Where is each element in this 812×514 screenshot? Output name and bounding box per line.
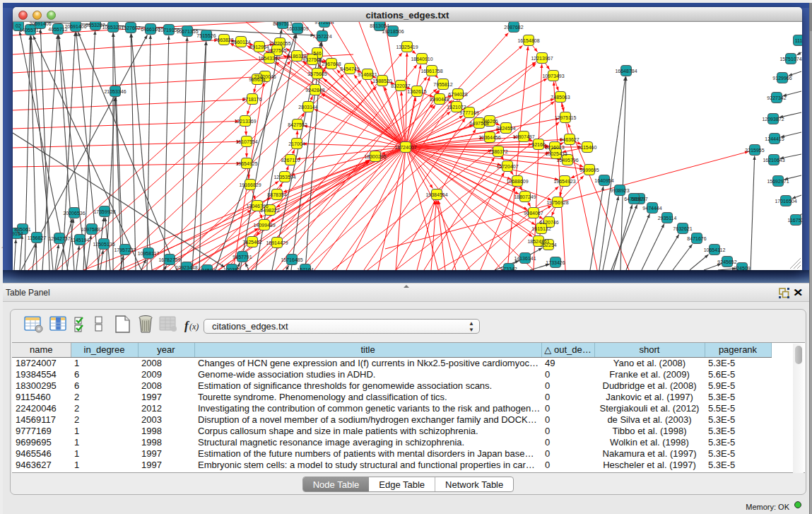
svg-text:6479197: 6479197 — [624, 197, 643, 201]
svg-text:1244415: 1244415 — [765, 136, 784, 141]
svg-text:17957223: 17957223 — [114, 247, 136, 252]
svg-text:16033809: 16033809 — [286, 26, 308, 31]
svg-text:12213967: 12213967 — [531, 56, 553, 61]
svg-text:12942757: 12942757 — [48, 236, 70, 241]
svg-text:8454749: 8454749 — [340, 66, 359, 71]
svg-text:2935114: 2935114 — [658, 216, 677, 221]
svg-text:100382: 100382 — [223, 267, 240, 271]
svg-text:16648784: 16648784 — [615, 69, 637, 74]
svg-text:13325419: 13325419 — [396, 45, 418, 49]
svg-text:(x): (x) — [189, 322, 199, 332]
svg-text:8660124: 8660124 — [231, 40, 250, 45]
svg-text:746266: 746266 — [481, 119, 498, 124]
svg-text:7386372: 7386372 — [488, 149, 507, 154]
svg-text:924509: 924509 — [734, 266, 750, 271]
svg-text:7955812: 7955812 — [433, 82, 452, 87]
svg-text:18640910: 18640910 — [411, 57, 433, 62]
svg-text:14099489: 14099489 — [253, 223, 275, 228]
svg-text:3215955: 3215955 — [745, 148, 764, 153]
svg-text:15716485: 15716485 — [281, 257, 302, 262]
svg-text:9699695: 9699695 — [579, 168, 599, 173]
svg-text:2803144: 2803144 — [298, 105, 317, 110]
svg-text:116753: 116753 — [788, 218, 802, 223]
svg-text:157164: 157164 — [297, 267, 313, 271]
svg-text:9227342: 9227342 — [767, 95, 786, 100]
svg-text:17016504: 17016504 — [775, 199, 796, 204]
svg-text:16671355: 16671355 — [176, 29, 198, 34]
svg-text:217004: 217004 — [288, 141, 305, 146]
svg-text:1588520: 1588520 — [372, 78, 392, 83]
svg-text:252254: 252254 — [540, 243, 556, 247]
svg-text:14136141: 14136141 — [514, 256, 536, 261]
svg-text:8990448: 8990448 — [430, 97, 449, 102]
svg-text:9327505: 9327505 — [267, 48, 286, 53]
svg-text:10958117: 10958117 — [138, 251, 160, 256]
svg-text:9463627: 9463627 — [560, 137, 579, 142]
svg-text:20691406: 20691406 — [64, 24, 86, 29]
svg-text:20206536: 20206536 — [63, 211, 85, 216]
svg-text:18300295: 18300295 — [364, 154, 386, 159]
svg-text:6120746: 6120746 — [539, 220, 558, 225]
svg-text:16154808: 16154808 — [517, 38, 539, 43]
svg-text:8427552: 8427552 — [288, 122, 307, 127]
svg-text:9129966: 9129966 — [772, 76, 792, 81]
svg-text:9146821: 9146821 — [358, 72, 377, 77]
svg-text:9115460: 9115460 — [578, 145, 597, 150]
svg-text:1145194: 1145194 — [71, 238, 90, 243]
svg-text:111: 111 — [795, 38, 802, 43]
svg-text:18724007: 18724007 — [394, 145, 416, 150]
svg-text:6794028: 6794028 — [448, 92, 467, 97]
svg-text:7357224: 7357224 — [312, 34, 331, 39]
svg-text:10688609: 10688609 — [506, 179, 528, 184]
svg-text:12093872: 12093872 — [762, 117, 784, 122]
svg-text:7632621: 7632621 — [673, 226, 692, 231]
svg-text:16107554: 16107554 — [235, 139, 257, 144]
svg-text:3824554: 3824554 — [496, 126, 515, 131]
svg-text:9474444: 9474444 — [642, 206, 661, 211]
svg-text:19654925: 19654925 — [235, 161, 257, 166]
svg-text:3675685: 3675685 — [307, 71, 326, 76]
svg-text:10973493: 10973493 — [542, 74, 564, 78]
svg-text:15692971: 15692971 — [767, 179, 789, 184]
svg-text:15751074: 15751074 — [779, 57, 801, 62]
svg-text:16210643: 16210643 — [763, 158, 784, 163]
svg-text:10025433: 10025433 — [545, 151, 567, 156]
svg-text:989654: 989654 — [249, 77, 265, 82]
svg-text:2718176: 2718176 — [242, 97, 261, 102]
svg-text:546: 546 — [313, 51, 322, 56]
svg-text:1156827: 1156827 — [28, 235, 47, 240]
svg-text:10923448: 10923448 — [175, 265, 197, 270]
svg-text:9245652: 9245652 — [717, 259, 736, 264]
svg-text:7625402: 7625402 — [242, 240, 261, 245]
svg-text:9777169: 9777169 — [459, 110, 478, 115]
svg-text:173342: 173342 — [500, 267, 517, 271]
svg-text:9172614: 9172614 — [314, 22, 334, 25]
svg-text:20364456: 20364456 — [478, 135, 500, 140]
svg-text:2087682: 2087682 — [504, 25, 523, 30]
svg-text:8471676: 8471676 — [687, 236, 706, 241]
svg-text:7485063: 7485063 — [551, 95, 570, 100]
svg-text:12505135: 12505135 — [93, 242, 114, 247]
svg-text:9657791: 9657791 — [233, 255, 252, 259]
svg-text:9084067: 9084067 — [524, 211, 543, 216]
svg-text:16914479: 16914479 — [266, 240, 288, 245]
svg-text:8322037: 8322037 — [391, 83, 410, 88]
svg-text:9242848: 9242848 — [305, 88, 324, 93]
svg-text:924502: 924502 — [199, 268, 215, 271]
svg-text:8912954: 8912954 — [249, 45, 269, 49]
svg-text:20691406: 20691406 — [29, 22, 51, 26]
svg-text:10807487: 10807487 — [512, 134, 534, 139]
svg-text:16782759: 16782759 — [158, 257, 180, 262]
svg-text:7515526: 7515526 — [196, 33, 216, 38]
svg-text:10975887: 10975887 — [81, 227, 102, 232]
svg-text:16961758: 16961758 — [420, 69, 442, 74]
svg-text:6216013: 6216013 — [545, 145, 564, 150]
svg-text:2967608: 2967608 — [322, 62, 341, 66]
svg-text:17359928: 17359928 — [93, 209, 115, 214]
svg-text:19166829: 19166829 — [239, 182, 261, 187]
svg-text:1733426: 1733426 — [546, 260, 565, 265]
svg-text:14055712: 14055712 — [19, 28, 41, 33]
svg-text:9938923: 9938923 — [610, 188, 629, 193]
svg-text:19384554: 19384554 — [425, 192, 447, 197]
svg-text:8813054: 8813054 — [370, 23, 389, 28]
